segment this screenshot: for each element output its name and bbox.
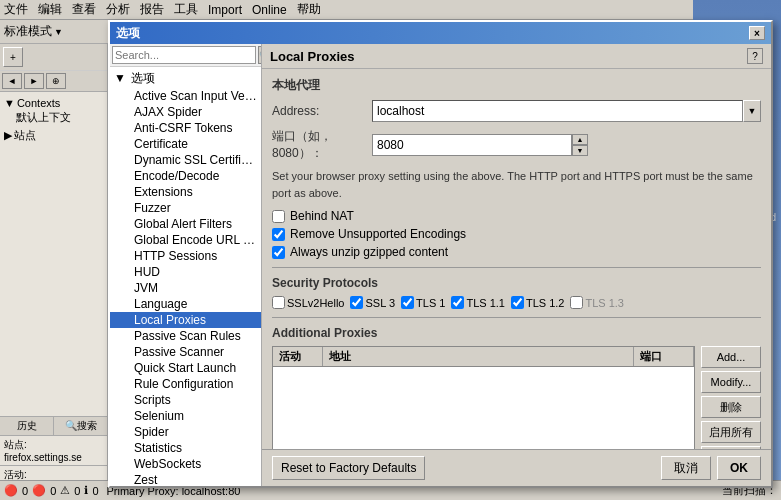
tree-item-global-encode[interactable]: Global Encode URL (Beta — [110, 232, 261, 248]
nav-btn1[interactable]: ◄ — [2, 73, 22, 89]
ssl3-label: SSL 3 — [365, 297, 395, 309]
port-spinner: ▲ ▼ — [572, 134, 588, 156]
behind-nat-checkbox[interactable] — [272, 210, 285, 223]
proxy-table-container: 活动 地址 端口 Add... Modify... 删除 启用所有 禁止所有 — [272, 346, 761, 449]
port-input-container: ▲ ▼ — [372, 134, 588, 156]
history-tab[interactable]: 历史 — [0, 417, 54, 435]
menu-edit[interactable]: 编辑 — [38, 1, 62, 18]
dialog-title: 选项 — [116, 25, 140, 42]
port-up-btn[interactable]: ▲ — [572, 134, 588, 145]
modify-proxy-button[interactable]: Modify... — [701, 371, 761, 393]
menu-analyze[interactable]: 分析 — [106, 1, 130, 18]
menu-tools[interactable]: 工具 — [174, 1, 198, 18]
menu-report[interactable]: 报告 — [140, 1, 164, 18]
mode-label: 标准模式 — [4, 23, 52, 40]
delete-proxy-button[interactable]: 删除 — [701, 396, 761, 418]
tls12-label: TLS 1.2 — [526, 297, 565, 309]
tls11-label: TLS 1.1 — [466, 297, 505, 309]
tree-item-spider[interactable]: Spider — [110, 424, 261, 440]
ssl3-checkbox[interactable] — [350, 296, 363, 309]
reset-button[interactable]: Reset to Factory Defaults — [272, 456, 425, 480]
tree-item-active-scan[interactable]: Active Scan Input Vector — [110, 88, 261, 104]
options-tree-panel: 🔍 ✕ ▼ 选项 Active Scan Input Vector AJAX S… — [110, 44, 262, 486]
tree-item-local-proxies[interactable]: Local Proxies — [110, 312, 261, 328]
proto-tls11: TLS 1.1 — [451, 296, 505, 309]
port-down-btn[interactable]: ▼ — [572, 145, 588, 156]
cancel-button[interactable]: 取消 — [661, 456, 711, 480]
tree-item-rule-config[interactable]: Rule Configuration — [110, 376, 261, 392]
content-scroll-area: 本地代理 Address: ▼ 端口（如，8080）： ▲ — [262, 69, 771, 449]
scan-count2: 0 — [50, 485, 56, 497]
options-dialog: 选项 × 🔍 ✕ ▼ 选项 Active Scan Input Vector A… — [108, 20, 773, 488]
scan-count1: 0 — [22, 485, 28, 497]
port-input[interactable] — [372, 134, 572, 156]
tree-item-hud[interactable]: HUD — [110, 264, 261, 280]
tls12-checkbox[interactable] — [511, 296, 524, 309]
content-title: Local Proxies — [270, 49, 355, 64]
tree-item-anti-csrf[interactable]: Anti-CSRF Tokens — [110, 120, 261, 136]
add-btn[interactable]: + — [3, 47, 23, 67]
content-help-btn[interactable]: ? — [747, 48, 763, 64]
menu-help[interactable]: 帮助 — [297, 1, 321, 18]
divider2 — [272, 317, 761, 318]
tree-item-jvm[interactable]: JVM — [110, 280, 261, 296]
warn-icon: ⚠ — [60, 484, 70, 497]
tree-item-scripts[interactable]: Scripts — [110, 392, 261, 408]
tree-item-websockets[interactable]: WebSockets — [110, 456, 261, 472]
tree-item-dynamic-ssl[interactable]: Dynamic SSL Certificates — [110, 152, 261, 168]
address-input[interactable] — [372, 100, 743, 122]
tls13-checkbox[interactable] — [570, 296, 583, 309]
sslv2hello-checkbox[interactable] — [272, 296, 285, 309]
tls11-checkbox[interactable] — [451, 296, 464, 309]
ok-button[interactable]: OK — [717, 456, 761, 480]
tree-item-global-alert[interactable]: Global Alert Filters — [110, 216, 261, 232]
menu-import[interactable]: Import — [208, 3, 242, 17]
dialog-titlebar: 选项 × — [110, 22, 771, 44]
tree-item-zest[interactable]: Zest — [110, 472, 261, 486]
tls1-checkbox[interactable] — [401, 296, 414, 309]
enable-all-button[interactable]: 启用所有 — [701, 421, 761, 443]
address-input-container: ▼ — [372, 100, 761, 122]
dialog-close-button[interactable]: × — [749, 26, 765, 40]
proto-sslv2hello: SSLv2Hello — [272, 296, 344, 309]
tree-item-statistics[interactable]: Statistics — [110, 440, 261, 456]
remove-encodings-checkbox[interactable] — [272, 228, 285, 241]
tree-root-label: 选项 — [131, 71, 155, 85]
nav-btn2[interactable]: ► — [24, 73, 44, 89]
tls13-label: TLS 1.3 — [585, 297, 624, 309]
tree-item-selenium[interactable]: Selenium — [110, 408, 261, 424]
tree-item-quick-start[interactable]: Quick Start Launch — [110, 360, 261, 376]
address-row: Address: ▼ — [272, 100, 761, 122]
tree-item-passive-scanner[interactable]: Passive Scanner — [110, 344, 261, 360]
tree-item-extensions[interactable]: Extensions — [110, 184, 261, 200]
menu-view[interactable]: 查看 — [72, 1, 96, 18]
search-tab[interactable]: 🔍搜索 — [54, 417, 107, 435]
app-menubar: 文件 编辑 查看 分析 报告 工具 Import Online 帮助 — [0, 0, 781, 20]
tree-item-encode-decode[interactable]: Encode/Decode — [110, 168, 261, 184]
tree-sites[interactable]: ▶ 站点 — [2, 127, 105, 144]
address-label: Address: — [272, 104, 372, 118]
proto-tls1: TLS 1 — [401, 296, 445, 309]
tree-root-item[interactable]: ▼ 选项 — [110, 69, 261, 88]
default-context-label: 默认上下文 — [16, 111, 71, 123]
menu-online[interactable]: Online — [252, 3, 287, 17]
tree-contexts[interactable]: ▼ Contexts — [2, 96, 105, 110]
address-dropdown-btn[interactable]: ▼ — [743, 100, 761, 122]
options-search-input[interactable] — [112, 46, 256, 64]
tree-item-http-sessions[interactable]: HTTP Sessions — [110, 248, 261, 264]
tree-item-fuzzer[interactable]: Fuzzer — [110, 200, 261, 216]
menu-file[interactable]: 文件 — [4, 1, 28, 18]
search-bar: 🔍 ✕ — [110, 44, 261, 67]
tree-item-ajax-spider[interactable]: AJAX Spider — [110, 104, 261, 120]
always-unzip-checkbox[interactable] — [272, 246, 285, 259]
tree-item-language[interactable]: Language — [110, 296, 261, 312]
proto-tls12: TLS 1.2 — [511, 296, 565, 309]
nav-btn3[interactable]: ⊕ — [46, 73, 66, 89]
tree-default-context[interactable]: 默认上下文 — [2, 110, 105, 125]
tree-item-passive-scan-rules[interactable]: Passive Scan Rules — [110, 328, 261, 344]
remove-encodings-label: Remove Unsupported Encodings — [290, 227, 466, 241]
remove-encodings-row: Remove Unsupported Encodings — [272, 227, 761, 241]
add-proxy-button[interactable]: Add... — [701, 346, 761, 368]
tree-item-certificate[interactable]: Certificate — [110, 136, 261, 152]
proto-tls13: TLS 1.3 — [570, 296, 624, 309]
